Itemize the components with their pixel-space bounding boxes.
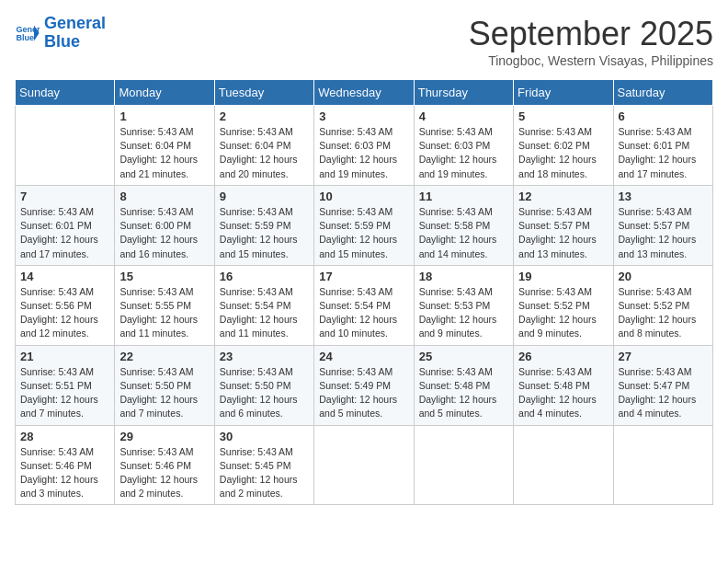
day-info: Sunrise: 5:43 AM Sunset: 5:50 PM Dayligh… xyxy=(220,365,309,421)
day-number: 19 xyxy=(518,270,608,283)
day-number: 8 xyxy=(119,190,209,203)
day-number: 17 xyxy=(319,270,408,283)
calendar-cell: 19Sunrise: 5:43 AM Sunset: 5:52 PM Dayli… xyxy=(514,265,613,345)
calendar-cell: 17Sunrise: 5:43 AM Sunset: 5:54 PM Dayli… xyxy=(314,265,414,345)
calendar-body: 1Sunrise: 5:43 AM Sunset: 6:04 PM Daylig… xyxy=(16,106,713,505)
calendar-cell: 30Sunrise: 5:43 AM Sunset: 5:45 PM Dayli… xyxy=(214,425,313,505)
calendar-cell: 7Sunrise: 5:43 AM Sunset: 6:01 PM Daylig… xyxy=(16,185,115,265)
calendar-cell: 6Sunrise: 5:43 AM Sunset: 6:01 PM Daylig… xyxy=(613,106,712,186)
header-day-friday: Friday xyxy=(514,80,613,106)
header-day-sunday: Sunday xyxy=(16,80,115,106)
day-info: Sunrise: 5:43 AM Sunset: 5:46 PM Dayligh… xyxy=(119,445,209,501)
day-info: Sunrise: 5:43 AM Sunset: 6:03 PM Dayligh… xyxy=(319,125,408,181)
calendar-cell: 24Sunrise: 5:43 AM Sunset: 5:49 PM Dayli… xyxy=(314,345,414,425)
day-info: Sunrise: 5:43 AM Sunset: 6:02 PM Dayligh… xyxy=(518,125,608,181)
calendar-cell: 4Sunrise: 5:43 AM Sunset: 6:03 PM Daylig… xyxy=(414,106,513,186)
calendar-cell: 26Sunrise: 5:43 AM Sunset: 5:48 PM Dayli… xyxy=(514,345,613,425)
calendar-cell: 8Sunrise: 5:43 AM Sunset: 6:00 PM Daylig… xyxy=(115,185,214,265)
calendar-cell xyxy=(613,425,712,505)
logo: General Blue General Blue xyxy=(15,15,106,52)
calendar-cell: 2Sunrise: 5:43 AM Sunset: 6:04 PM Daylig… xyxy=(214,106,313,186)
logo-general: General xyxy=(44,14,106,32)
day-info: Sunrise: 5:43 AM Sunset: 6:01 PM Dayligh… xyxy=(20,205,109,261)
calendar-cell: 27Sunrise: 5:43 AM Sunset: 5:47 PM Dayli… xyxy=(613,345,712,425)
day-number: 14 xyxy=(20,270,109,283)
week-row-4: 21Sunrise: 5:43 AM Sunset: 5:51 PM Dayli… xyxy=(16,345,713,425)
header-day-wednesday: Wednesday xyxy=(314,80,414,106)
day-number: 7 xyxy=(20,190,109,203)
week-row-1: 1Sunrise: 5:43 AM Sunset: 6:04 PM Daylig… xyxy=(16,106,713,186)
day-number: 18 xyxy=(419,270,508,283)
day-info: Sunrise: 5:43 AM Sunset: 5:57 PM Dayligh… xyxy=(619,205,708,261)
day-number: 29 xyxy=(119,430,209,443)
calendar-cell: 10Sunrise: 5:43 AM Sunset: 5:59 PM Dayli… xyxy=(314,185,414,265)
week-row-5: 28Sunrise: 5:43 AM Sunset: 5:46 PM Dayli… xyxy=(16,425,713,505)
day-info: Sunrise: 5:43 AM Sunset: 5:46 PM Dayligh… xyxy=(20,445,109,501)
header-day-tuesday: Tuesday xyxy=(214,80,313,106)
week-row-2: 7Sunrise: 5:43 AM Sunset: 6:01 PM Daylig… xyxy=(16,185,713,265)
calendar-cell xyxy=(514,425,613,505)
day-info: Sunrise: 5:43 AM Sunset: 5:57 PM Dayligh… xyxy=(518,205,608,261)
day-number: 26 xyxy=(518,350,608,363)
day-info: Sunrise: 5:43 AM Sunset: 5:48 PM Dayligh… xyxy=(518,365,608,421)
day-number: 20 xyxy=(619,270,708,283)
month-title: September 2025 xyxy=(469,15,713,53)
calendar-cell: 22Sunrise: 5:43 AM Sunset: 5:50 PM Dayli… xyxy=(115,345,214,425)
logo-icon: General Blue xyxy=(15,20,40,46)
day-number: 10 xyxy=(319,190,408,203)
day-info: Sunrise: 5:43 AM Sunset: 5:47 PM Dayligh… xyxy=(619,365,708,421)
logo-blue: Blue xyxy=(44,32,80,51)
page-header: General Blue General Blue September 2025… xyxy=(15,15,713,68)
day-info: Sunrise: 5:43 AM Sunset: 5:58 PM Dayligh… xyxy=(419,205,508,261)
calendar-cell: 18Sunrise: 5:43 AM Sunset: 5:53 PM Dayli… xyxy=(414,265,513,345)
day-number: 12 xyxy=(518,190,608,203)
title-block: September 2025 Tinogboc, Western Visayas… xyxy=(469,15,713,68)
calendar-cell: 14Sunrise: 5:43 AM Sunset: 5:56 PM Dayli… xyxy=(16,265,115,345)
day-info: Sunrise: 5:43 AM Sunset: 5:49 PM Dayligh… xyxy=(319,365,408,421)
day-number: 25 xyxy=(419,350,508,363)
calendar-cell: 25Sunrise: 5:43 AM Sunset: 5:48 PM Dayli… xyxy=(414,345,513,425)
calendar-table: SundayMondayTuesdayWednesdayThursdayFrid… xyxy=(15,79,713,505)
day-number: 16 xyxy=(220,270,309,283)
calendar-cell: 3Sunrise: 5:43 AM Sunset: 6:03 PM Daylig… xyxy=(314,106,414,186)
day-number: 4 xyxy=(419,109,508,123)
calendar-cell: 16Sunrise: 5:43 AM Sunset: 5:54 PM Dayli… xyxy=(214,265,313,345)
week-row-3: 14Sunrise: 5:43 AM Sunset: 5:56 PM Dayli… xyxy=(16,265,713,345)
day-info: Sunrise: 5:43 AM Sunset: 5:56 PM Dayligh… xyxy=(20,285,109,341)
day-info: Sunrise: 5:43 AM Sunset: 5:59 PM Dayligh… xyxy=(220,205,309,261)
header-day-saturday: Saturday xyxy=(613,80,712,106)
day-info: Sunrise: 5:43 AM Sunset: 6:04 PM Dayligh… xyxy=(220,125,309,181)
calendar-cell: 29Sunrise: 5:43 AM Sunset: 5:46 PM Dayli… xyxy=(115,425,214,505)
day-number: 6 xyxy=(619,109,708,123)
calendar-cell: 28Sunrise: 5:43 AM Sunset: 5:46 PM Dayli… xyxy=(16,425,115,505)
day-number: 23 xyxy=(220,350,309,363)
calendar-header-row: SundayMondayTuesdayWednesdayThursdayFrid… xyxy=(16,80,713,106)
calendar-cell: 9Sunrise: 5:43 AM Sunset: 5:59 PM Daylig… xyxy=(214,185,313,265)
calendar-cell: 21Sunrise: 5:43 AM Sunset: 5:51 PM Dayli… xyxy=(16,345,115,425)
location-subtitle: Tinogboc, Western Visayas, Philippines xyxy=(469,53,713,68)
day-number: 9 xyxy=(220,190,309,203)
day-info: Sunrise: 5:43 AM Sunset: 6:01 PM Dayligh… xyxy=(619,125,708,181)
day-info: Sunrise: 5:43 AM Sunset: 5:59 PM Dayligh… xyxy=(319,205,408,261)
day-number: 22 xyxy=(119,350,209,363)
day-info: Sunrise: 5:43 AM Sunset: 5:48 PM Dayligh… xyxy=(419,365,508,421)
calendar-cell: 13Sunrise: 5:43 AM Sunset: 5:57 PM Dayli… xyxy=(613,185,712,265)
day-info: Sunrise: 5:43 AM Sunset: 5:52 PM Dayligh… xyxy=(619,285,708,341)
calendar-cell: 12Sunrise: 5:43 AM Sunset: 5:57 PM Dayli… xyxy=(514,185,613,265)
day-info: Sunrise: 5:43 AM Sunset: 6:04 PM Dayligh… xyxy=(119,125,209,181)
calendar-cell xyxy=(314,425,414,505)
calendar-cell: 1Sunrise: 5:43 AM Sunset: 6:04 PM Daylig… xyxy=(115,106,214,186)
day-info: Sunrise: 5:43 AM Sunset: 5:52 PM Dayligh… xyxy=(518,285,608,341)
svg-text:Blue: Blue xyxy=(16,33,34,42)
day-number: 3 xyxy=(319,109,408,123)
day-number: 2 xyxy=(220,109,309,123)
day-info: Sunrise: 5:43 AM Sunset: 5:54 PM Dayligh… xyxy=(319,285,408,341)
header-day-thursday: Thursday xyxy=(414,80,513,106)
calendar-cell: 23Sunrise: 5:43 AM Sunset: 5:50 PM Dayli… xyxy=(214,345,313,425)
calendar-cell: 5Sunrise: 5:43 AM Sunset: 6:02 PM Daylig… xyxy=(514,106,613,186)
day-info: Sunrise: 5:43 AM Sunset: 5:54 PM Dayligh… xyxy=(220,285,309,341)
day-number: 1 xyxy=(119,109,209,123)
day-info: Sunrise: 5:43 AM Sunset: 6:00 PM Dayligh… xyxy=(119,205,209,261)
day-number: 15 xyxy=(119,270,209,283)
day-info: Sunrise: 5:43 AM Sunset: 5:51 PM Dayligh… xyxy=(20,365,109,421)
